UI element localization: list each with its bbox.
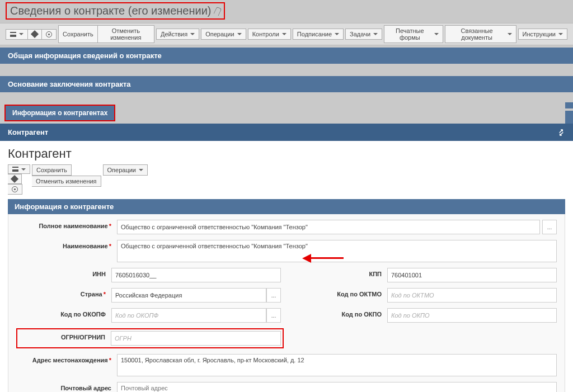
panel-save-button[interactable]: Сохранить <box>32 164 72 176</box>
main-toolbar: Сохранить Отменить изменения Действия Оп… <box>0 23 573 45</box>
operations-dropdown[interactable]: Операции <box>201 29 246 40</box>
panel-toolbar: Сохранить Отменить изменения Операции <box>8 164 565 195</box>
highlight-section-contragents: Информация о контрагентах <box>4 105 115 121</box>
sub-header: Информация о контрагенте <box>8 199 565 214</box>
panel-target-button[interactable] <box>8 184 22 195</box>
tag-icon <box>31 30 39 38</box>
label-inn: ИНН <box>16 268 111 282</box>
cancel-button[interactable]: Отменить изменения <box>98 25 154 43</box>
label-postaddress: Почтовый адрес <box>16 382 117 391</box>
input-name[interactable] <box>117 240 557 262</box>
section-contragents-info[interactable]: Информация о контрагентах <box>6 106 114 120</box>
tag-button[interactable] <box>28 29 42 40</box>
printforms-dropdown[interactable]: Печатные формы <box>384 25 443 43</box>
label-okopf: Код по ОКОПФ <box>16 308 111 323</box>
target-icon <box>46 31 52 37</box>
input-address[interactable] <box>117 354 557 376</box>
form-area: Полное наименование* ... Наименование* И… <box>8 214 565 392</box>
input-ogrn[interactable] <box>111 331 281 346</box>
panel-menu-button[interactable] <box>8 164 30 174</box>
lookup-fullname[interactable]: ... <box>542 220 557 234</box>
page-title: Сведения о контракте (его изменении) <box>6 2 225 20</box>
contragent-panel-title: Контрагент <box>8 128 48 136</box>
section-general-info[interactable]: Общая информация сведений о контракте <box>0 48 573 64</box>
lookup-okopf[interactable]: ... <box>266 308 281 323</box>
menu-icon <box>10 32 16 37</box>
section-basis[interactable]: Основание заключения контракта <box>0 76 573 92</box>
page-title-text: Сведения о контракте (его изменении) <box>10 4 212 17</box>
input-okpo[interactable] <box>387 308 557 323</box>
label-name: Наименование* <box>16 240 117 249</box>
attachment-icon[interactable] <box>213 6 222 16</box>
expand-icon[interactable] <box>557 129 565 136</box>
relateddocs-dropdown[interactable]: Связанные документы <box>445 25 516 43</box>
target-button[interactable] <box>42 29 57 40</box>
contragent-panel-header: Контрагент <box>0 124 573 141</box>
label-oktmo: Код по ОКТМО <box>292 288 387 303</box>
tasks-dropdown[interactable]: Задачи <box>345 29 382 40</box>
input-inn[interactable] <box>111 268 281 282</box>
label-fullname: Полное наименование* <box>16 220 117 229</box>
input-oktmo[interactable] <box>387 288 557 303</box>
tag-icon <box>11 175 18 183</box>
menu-button[interactable] <box>6 29 28 40</box>
input-country[interactable] <box>111 288 266 303</box>
panel-title: Контрагент <box>8 147 565 161</box>
instructions-dropdown[interactable]: Инструкции <box>518 29 567 40</box>
label-kpp: КПП <box>292 268 387 282</box>
input-kpp[interactable] <box>387 268 557 282</box>
actions-dropdown[interactable]: Действия <box>156 29 199 40</box>
label-country: Страна* <box>16 288 111 303</box>
input-okopf[interactable] <box>111 308 266 323</box>
target-icon <box>12 186 18 192</box>
panel-operations-dropdown[interactable]: Операции <box>103 164 148 176</box>
signing-dropdown[interactable]: Подписание <box>293 29 344 40</box>
lookup-country[interactable]: ... <box>266 288 281 303</box>
input-postaddress[interactable] <box>117 382 557 392</box>
input-fullname[interactable] <box>117 220 540 234</box>
save-button[interactable]: Сохранить <box>58 25 98 43</box>
panel-cancel-button[interactable]: Отменить изменения <box>32 176 101 187</box>
panel-tag-button[interactable] <box>8 174 22 184</box>
controls-dropdown[interactable]: Контроли <box>248 29 291 40</box>
label-ogrn: ОГРН/ОГРНИП <box>19 331 111 346</box>
label-okpo: Код по ОКПО <box>292 308 387 323</box>
menu-icon <box>12 167 18 172</box>
label-address: Адрес местонахождения* <box>16 354 117 363</box>
